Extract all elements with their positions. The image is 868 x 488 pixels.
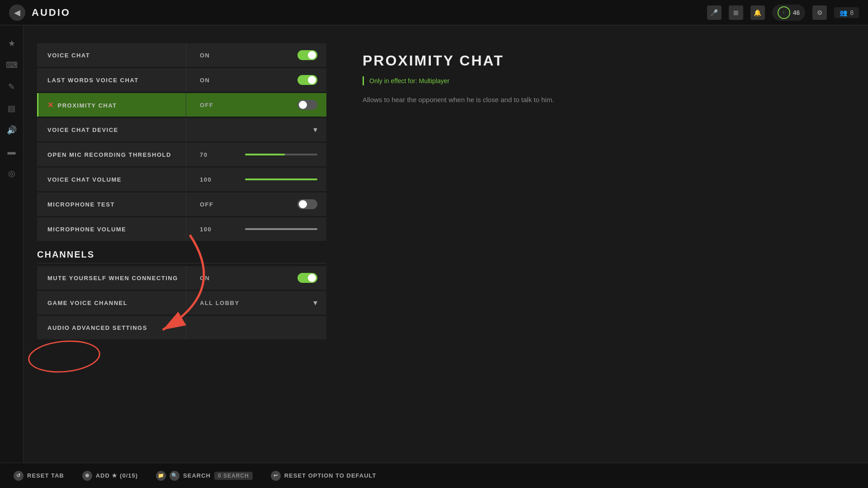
sidebar-item-edit[interactable]: ✎ — [3, 78, 21, 96]
game-voice-value: ALL LOBBY — [191, 300, 272, 306]
reset-tab-icon: ↺ — [14, 471, 24, 481]
reset-option-label: RESET OPTION TO DEFAULT — [284, 472, 377, 479]
add-favorite-button[interactable]: ⊕ ADD ★ (0/15) — [82, 471, 138, 481]
proximity-chat-value: OFF — [191, 102, 272, 108]
voice-volume-control[interactable] — [272, 178, 326, 180]
last-words-control[interactable] — [272, 75, 326, 85]
open-mic-label: OPEN MIC RECORDING THRESHOLD — [38, 151, 181, 158]
voice-chat-label: VOICE CHAT — [38, 52, 181, 59]
voice-device-dropdown[interactable]: ▾ — [313, 125, 317, 135]
slider-track — [245, 178, 317, 180]
x-icon: ✕ — [47, 101, 54, 109]
search-count-badge: 0 search — [214, 472, 253, 480]
setting-row-audio-advanced[interactable]: AUDIO ADVANCED SETTINGS — [37, 316, 326, 339]
settings-icon[interactable]: ⚙ — [812, 5, 827, 20]
microphone-icon[interactable]: 🎤 — [707, 5, 722, 20]
last-words-toggle[interactable] — [297, 75, 317, 85]
setting-row-last-words[interactable]: LAST WORDS VOICE CHAT ON — [37, 68, 326, 92]
toggle-thumb — [308, 274, 316, 282]
channels-label: CHANNELS — [37, 249, 94, 259]
folder-icon: 📁 — [156, 471, 166, 481]
reset-tab-button[interactable]: ↺ RESET TAB — [14, 471, 64, 481]
setting-row-mic-volume[interactable]: MICROPHONE VOLUME 100 — [37, 217, 326, 241]
reset-option-icon: ↩ — [271, 471, 281, 481]
subtitle-value: Multiplayer — [419, 77, 449, 84]
back-button[interactable]: ◀ — [9, 5, 25, 21]
divider — [186, 266, 186, 290]
info-description: Allows to hear the opponent when he is c… — [363, 94, 589, 105]
proximity-chat-toggle[interactable] — [297, 100, 317, 110]
add-icon: ⊕ — [82, 471, 92, 481]
mic-test-control[interactable] — [272, 199, 326, 209]
slider-fill-grey — [245, 228, 317, 230]
slider-track — [245, 228, 317, 230]
divider — [186, 168, 186, 191]
mute-yourself-control[interactable] — [272, 273, 326, 283]
subtitle-bar — [363, 76, 364, 85]
search-label: SEARCH — [183, 472, 211, 479]
setting-row-open-mic[interactable]: OPEN MIC RECORDING THRESHOLD 70 — [37, 143, 326, 166]
voice-chat-control[interactable] — [272, 50, 326, 60]
voice-chat-toggle[interactable] — [297, 50, 317, 60]
voice-chat-value: ON — [191, 52, 272, 59]
reset-option-button[interactable]: ↩ RESET OPTION TO DEFAULT — [271, 471, 377, 481]
subtitle-label: Only in effect for: — [369, 77, 417, 84]
game-voice-dropdown[interactable]: ▾ — [313, 298, 317, 308]
settings-panel: VOICE CHAT ON LAST WORDS VOICE CHAT ON — [24, 25, 340, 463]
game-voice-label: GAME VOICE CHANNEL — [38, 300, 181, 306]
toggle-thumb — [308, 51, 316, 59]
mute-yourself-value: ON — [191, 275, 272, 282]
setting-row-mute-yourself[interactable]: MUTE YOURSELF WHEN CONNECTING ON — [37, 266, 326, 290]
setting-row-proximity-chat[interactable]: ✕PROXIMITY CHAT OFF — [37, 93, 326, 117]
mic-volume-control[interactable] — [272, 228, 326, 230]
open-mic-slider[interactable] — [245, 154, 317, 155]
grid-icon[interactable]: ⊞ — [729, 5, 743, 20]
reset-tab-label: RESET TAB — [27, 472, 64, 479]
divider — [186, 316, 186, 339]
topbar: ◀ AUDIO 🎤 ⊞ 🔔 ↑ 46 ⚙ 👥 8 — [0, 0, 868, 25]
setting-row-voice-chat[interactable]: VOICE CHAT ON — [37, 43, 326, 67]
setting-row-game-voice[interactable]: GAME VOICE CHANNEL ALL LOBBY ▾ — [37, 291, 326, 314]
proximity-chat-label: ✕PROXIMITY CHAT — [38, 101, 181, 109]
slider-track — [245, 154, 317, 155]
sidebar-item-notifications[interactable]: ◎ — [3, 164, 21, 183]
search-icon: 🔍 — [170, 471, 179, 481]
topbar-left: ◀ AUDIO — [9, 5, 71, 21]
mic-volume-slider[interactable] — [245, 228, 317, 230]
setting-row-voice-volume[interactable]: VOICE CHAT VOLUME 100 — [37, 168, 326, 191]
open-mic-control[interactable] — [272, 154, 326, 155]
mic-volume-label: MICROPHONE VOLUME — [38, 226, 181, 233]
voice-device-control[interactable]: ▾ — [272, 125, 326, 135]
info-subtitle-text: Only in effect for: Multiplayer — [369, 77, 449, 84]
toggle-thumb — [308, 76, 316, 84]
add-label: ADD ★ (0/15) — [96, 472, 138, 479]
setting-row-voice-device[interactable]: VOICE CHAT DEVICE ▾ — [37, 118, 326, 141]
mute-yourself-toggle[interactable] — [297, 273, 317, 283]
sidebar-item-controller[interactable]: ⌨ — [3, 56, 21, 74]
setting-row-mic-test[interactable]: MICROPHONE TEST OFF — [37, 192, 326, 216]
search-button[interactable]: 📁 🔍 SEARCH 0 search — [156, 471, 253, 481]
last-words-value: ON — [191, 77, 272, 84]
xp-value: 46 — [793, 9, 800, 16]
dropdown-arrow-icon: ▾ — [313, 298, 317, 308]
sidebar-item-favorites[interactable]: ★ — [3, 34, 21, 52]
dropdown-arrow-icon: ▾ — [313, 125, 317, 135]
divider — [186, 291, 186, 314]
info-subtitle: Only in effect for: Multiplayer — [363, 76, 845, 85]
voice-volume-slider[interactable] — [245, 178, 317, 180]
game-voice-control[interactable]: ▾ — [272, 298, 326, 308]
audio-advanced-label: AUDIO ADVANCED SETTINGS — [38, 324, 181, 331]
friends-button[interactable]: 👥 8 — [834, 7, 859, 18]
notification-icon[interactable]: 🔔 — [750, 5, 765, 20]
voice-device-label: VOICE CHAT DEVICE — [38, 127, 181, 133]
slider-fill — [245, 154, 285, 155]
mic-test-toggle[interactable] — [297, 199, 317, 209]
mic-test-value: OFF — [191, 201, 272, 208]
divider — [186, 43, 186, 67]
mic-test-label: MICROPHONE TEST — [38, 201, 181, 208]
sidebar-item-list[interactable]: ▤ — [3, 99, 21, 117]
sidebar-item-audio[interactable]: 🔊 — [3, 121, 21, 139]
proximity-chat-control[interactable] — [272, 100, 326, 110]
sidebar-item-display[interactable]: ▬ — [3, 143, 21, 161]
sidebar: ★ ⌨ ✎ ▤ 🔊 ▬ ◎ — [0, 25, 24, 463]
